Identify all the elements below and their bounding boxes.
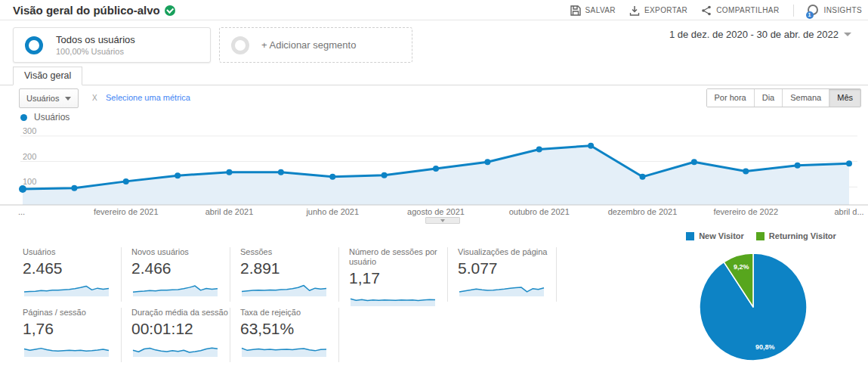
actions-divider [793,5,794,17]
segment-subtitle: 100,00% Usuários [56,47,124,56]
x-axis-tick-label: abril d... [834,207,863,216]
card-divider [121,308,122,362]
scorecard-label: Novos usuários [131,247,231,257]
x-axis-tick-label: outubro de 2021 [509,207,570,216]
date-range-text: 1 de dez. de 2020 - 30 de abr. de 2022 [669,29,839,40]
add-segment-button[interactable]: + Adicionar segmento [219,27,412,63]
pie-slice-label: 90,8% [755,343,775,351]
sparkline-chart [240,340,328,358]
card-divider [121,247,122,302]
sparkline-chart [131,340,219,358]
scorecard-value: 00:01:12 [131,320,231,338]
card-divider [447,247,448,302]
tab-bar: Visão geral [0,67,868,85]
scorecard-value: 63,51% [240,320,340,338]
x-axis-tick-label: fevereiro de 2021 [94,207,159,216]
card-divider [230,247,230,302]
page-title-text: Visão geral do público-alvo [13,4,160,17]
pie-legend: New Visitor Returning Visitor [669,231,854,240]
svg-text:300: 300 [23,126,36,135]
date-range-selector[interactable]: 1 de dez. de 2020 - 30 de abr. de 2022 [669,29,851,40]
report-header: Visão geral do público-alvo SALVAR EXPOR… [0,0,868,20]
scorecard-label: Visualizações de página [458,247,558,257]
insights-icon: 1 [808,5,820,17]
chevron-down-icon [65,97,71,101]
pie-slice-label: 9,2% [734,263,749,271]
scorecard-value: 2.466 [131,259,231,277]
series-dot-icon [20,114,27,121]
verified-badge-icon [165,5,175,16]
save-button[interactable]: SALVAR [570,5,616,16]
scorecard-label: Duração média da sessão [131,308,231,318]
scorecard-label: Número de sessões por usuário [349,247,449,267]
segment-card-all-users[interactable]: Todos os usuários 100,00% Usuários [13,27,211,63]
tab-visao-geral[interactable]: Visão geral [13,67,82,85]
segment-ring-icon [25,36,43,54]
scorecard-value: 5.077 [458,259,558,277]
card-divider [338,308,339,362]
scorecard[interactable]: Taxa de rejeição63,51% [240,308,340,358]
scorecard-label: Taxa de rejeição [240,308,340,318]
svg-text:100: 100 [23,177,36,186]
share-button[interactable]: COMPARTILHAR [701,5,779,16]
scorecard-value: 1,17 [349,269,449,287]
scorecard[interactable]: Número de sessões por usuário1,17 [349,247,449,307]
granularity-hour-button[interactable]: Por hora [707,89,754,107]
versus-label: X [92,94,97,102]
x-axis-tick-label: ... [18,207,25,216]
add-segment-label: + Adicionar segmento [261,39,356,51]
select-metric-link[interactable]: Selecione uma métrica [106,93,190,102]
scorecard[interactable]: Páginas / sessão1,76 [23,308,122,358]
x-axis-tick-label: agosto de 2021 [407,207,465,216]
x-axis-tick-label: fevereiro de 2022 [713,207,778,216]
metric-select-dropdown[interactable]: Usuários [19,88,79,108]
visitor-type-pie-chart[interactable]: 90,8%9,2% [695,250,812,367]
axis-expander-button[interactable] [425,217,460,224]
save-icon [570,5,581,16]
scorecard[interactable]: Novos usuários2.466 [131,247,231,297]
returning-visitor-swatch-icon [756,232,765,240]
chevron-down-icon [844,33,851,36]
sparkline-chart [458,280,545,297]
scorecard-value: 1,76 [23,320,122,338]
header-actions: SALVAR EXPORTAR COMPARTILHAR 1 INSIGHTS [570,0,862,20]
add-segment-ring-icon [231,36,249,54]
scorecard-label: Sessões [240,247,340,257]
scorecard[interactable]: Visualizações de página5.077 [458,247,558,297]
download-icon [629,5,640,16]
granularity-month-button[interactable]: Mês [829,89,860,107]
legend-item-returning-visitor: Returning Visitor [756,231,836,240]
sparkline-chart [349,290,437,307]
card-divider [556,247,557,302]
sparkline-chart [131,280,219,297]
segment-title: Todos os usuários [56,34,135,45]
scorecard[interactable]: Sessões2.891 [240,247,340,297]
x-axis-tick-label: junho de 2021 [305,207,359,216]
new-visitor-swatch-icon [686,232,694,240]
sparkline-chart [23,280,110,297]
granularity-button-group: Por hora Dia Semana Mês [706,88,861,107]
x-axis-tick-label: dezembro de 2021 [608,207,678,216]
svg-text:200: 200 [23,152,36,161]
scorecard-label: Usuários [23,247,122,257]
granularity-day-button[interactable]: Dia [754,89,783,107]
x-axis-tick-label: abril de 2021 [205,207,254,216]
scorecard[interactable]: Duração média da sessão00:01:12 [131,308,231,358]
page-title: Visão geral do público-alvo [13,4,175,17]
sparkline-chart [23,340,110,358]
insights-badge: 1 [806,11,814,19]
export-button[interactable]: EXPORTAR [629,5,687,16]
card-divider [230,308,230,362]
timeline-chart[interactable]: 100200300...fevereiro de 2021abril de 20… [0,121,868,221]
scorecard-label: Páginas / sessão [23,308,122,318]
insights-button[interactable]: 1 INSIGHTS [808,5,862,17]
scorecard-value: 2.465 [23,259,122,277]
scorecard[interactable]: Usuários2.465 [23,247,122,297]
granularity-week-button[interactable]: Semana [782,89,829,107]
sparkline-chart [240,280,328,297]
share-icon [701,5,712,16]
metric-select-value: Usuários [26,94,59,103]
scorecard-value: 2.891 [240,259,340,277]
legend-item-new-visitor: New Visitor [686,231,744,240]
card-divider [338,247,339,302]
